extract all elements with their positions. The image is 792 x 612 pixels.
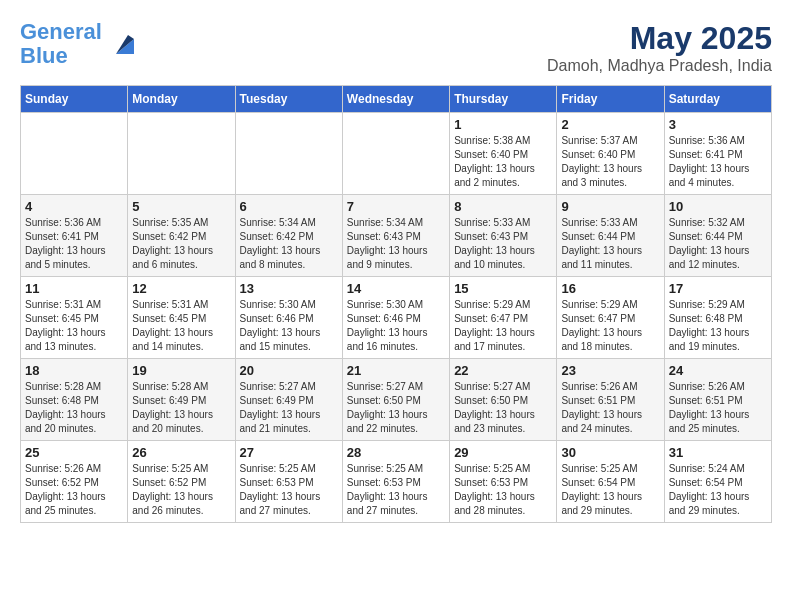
day-info: Sunrise: 5:28 AM Sunset: 6:48 PM Dayligh… bbox=[25, 380, 123, 436]
calendar-table: SundayMondayTuesdayWednesdayThursdayFrid… bbox=[20, 85, 772, 523]
calendar-cell: 8Sunrise: 5:33 AM Sunset: 6:43 PM Daylig… bbox=[450, 195, 557, 277]
weekday-header-friday: Friday bbox=[557, 86, 664, 113]
day-number: 31 bbox=[669, 445, 767, 460]
weekday-header-thursday: Thursday bbox=[450, 86, 557, 113]
day-info: Sunrise: 5:29 AM Sunset: 6:47 PM Dayligh… bbox=[561, 298, 659, 354]
calendar-cell: 10Sunrise: 5:32 AM Sunset: 6:44 PM Dayli… bbox=[664, 195, 771, 277]
day-number: 21 bbox=[347, 363, 445, 378]
day-number: 29 bbox=[454, 445, 552, 460]
day-number: 18 bbox=[25, 363, 123, 378]
calendar-cell bbox=[342, 113, 449, 195]
calendar-cell: 29Sunrise: 5:25 AM Sunset: 6:53 PM Dayli… bbox=[450, 441, 557, 523]
calendar-cell: 28Sunrise: 5:25 AM Sunset: 6:53 PM Dayli… bbox=[342, 441, 449, 523]
day-number: 7 bbox=[347, 199, 445, 214]
calendar-cell: 5Sunrise: 5:35 AM Sunset: 6:42 PM Daylig… bbox=[128, 195, 235, 277]
day-info: Sunrise: 5:38 AM Sunset: 6:40 PM Dayligh… bbox=[454, 134, 552, 190]
day-number: 13 bbox=[240, 281, 338, 296]
logo: General Blue bbox=[20, 20, 136, 68]
day-info: Sunrise: 5:34 AM Sunset: 6:42 PM Dayligh… bbox=[240, 216, 338, 272]
day-info: Sunrise: 5:30 AM Sunset: 6:46 PM Dayligh… bbox=[240, 298, 338, 354]
day-number: 1 bbox=[454, 117, 552, 132]
calendar-cell: 15Sunrise: 5:29 AM Sunset: 6:47 PM Dayli… bbox=[450, 277, 557, 359]
page-header: General Blue May 2025 Damoh, Madhya Prad… bbox=[20, 20, 772, 75]
calendar-cell bbox=[21, 113, 128, 195]
calendar-cell: 22Sunrise: 5:27 AM Sunset: 6:50 PM Dayli… bbox=[450, 359, 557, 441]
day-info: Sunrise: 5:26 AM Sunset: 6:52 PM Dayligh… bbox=[25, 462, 123, 518]
day-info: Sunrise: 5:24 AM Sunset: 6:54 PM Dayligh… bbox=[669, 462, 767, 518]
calendar-cell: 25Sunrise: 5:26 AM Sunset: 6:52 PM Dayli… bbox=[21, 441, 128, 523]
calendar-cell: 20Sunrise: 5:27 AM Sunset: 6:49 PM Dayli… bbox=[235, 359, 342, 441]
calendar-cell: 11Sunrise: 5:31 AM Sunset: 6:45 PM Dayli… bbox=[21, 277, 128, 359]
day-number: 5 bbox=[132, 199, 230, 214]
calendar-body: 1Sunrise: 5:38 AM Sunset: 6:40 PM Daylig… bbox=[21, 113, 772, 523]
day-number: 4 bbox=[25, 199, 123, 214]
calendar-cell: 4Sunrise: 5:36 AM Sunset: 6:41 PM Daylig… bbox=[21, 195, 128, 277]
calendar-cell: 26Sunrise: 5:25 AM Sunset: 6:52 PM Dayli… bbox=[128, 441, 235, 523]
calendar-cell: 24Sunrise: 5:26 AM Sunset: 6:51 PM Dayli… bbox=[664, 359, 771, 441]
calendar-cell: 7Sunrise: 5:34 AM Sunset: 6:43 PM Daylig… bbox=[342, 195, 449, 277]
weekday-header-monday: Monday bbox=[128, 86, 235, 113]
day-info: Sunrise: 5:25 AM Sunset: 6:52 PM Dayligh… bbox=[132, 462, 230, 518]
day-info: Sunrise: 5:25 AM Sunset: 6:53 PM Dayligh… bbox=[454, 462, 552, 518]
day-number: 19 bbox=[132, 363, 230, 378]
calendar-cell: 30Sunrise: 5:25 AM Sunset: 6:54 PM Dayli… bbox=[557, 441, 664, 523]
day-info: Sunrise: 5:28 AM Sunset: 6:49 PM Dayligh… bbox=[132, 380, 230, 436]
weekday-header-row: SundayMondayTuesdayWednesdayThursdayFrid… bbox=[21, 86, 772, 113]
day-info: Sunrise: 5:36 AM Sunset: 6:41 PM Dayligh… bbox=[669, 134, 767, 190]
day-number: 17 bbox=[669, 281, 767, 296]
calendar-cell: 16Sunrise: 5:29 AM Sunset: 6:47 PM Dayli… bbox=[557, 277, 664, 359]
day-number: 15 bbox=[454, 281, 552, 296]
day-info: Sunrise: 5:29 AM Sunset: 6:48 PM Dayligh… bbox=[669, 298, 767, 354]
day-info: Sunrise: 5:33 AM Sunset: 6:44 PM Dayligh… bbox=[561, 216, 659, 272]
day-number: 24 bbox=[669, 363, 767, 378]
day-number: 20 bbox=[240, 363, 338, 378]
calendar-cell: 1Sunrise: 5:38 AM Sunset: 6:40 PM Daylig… bbox=[450, 113, 557, 195]
title-block: May 2025 Damoh, Madhya Pradesh, India bbox=[547, 20, 772, 75]
day-number: 9 bbox=[561, 199, 659, 214]
week-row-4: 18Sunrise: 5:28 AM Sunset: 6:48 PM Dayli… bbox=[21, 359, 772, 441]
day-info: Sunrise: 5:37 AM Sunset: 6:40 PM Dayligh… bbox=[561, 134, 659, 190]
day-info: Sunrise: 5:35 AM Sunset: 6:42 PM Dayligh… bbox=[132, 216, 230, 272]
weekday-header-sunday: Sunday bbox=[21, 86, 128, 113]
day-number: 10 bbox=[669, 199, 767, 214]
week-row-1: 1Sunrise: 5:38 AM Sunset: 6:40 PM Daylig… bbox=[21, 113, 772, 195]
logo-text: General Blue bbox=[20, 20, 102, 68]
day-number: 28 bbox=[347, 445, 445, 460]
logo-icon bbox=[106, 29, 136, 59]
day-info: Sunrise: 5:27 AM Sunset: 6:50 PM Dayligh… bbox=[454, 380, 552, 436]
calendar-cell: 17Sunrise: 5:29 AM Sunset: 6:48 PM Dayli… bbox=[664, 277, 771, 359]
calendar-cell: 23Sunrise: 5:26 AM Sunset: 6:51 PM Dayli… bbox=[557, 359, 664, 441]
calendar-cell: 21Sunrise: 5:27 AM Sunset: 6:50 PM Dayli… bbox=[342, 359, 449, 441]
day-number: 11 bbox=[25, 281, 123, 296]
weekday-header-tuesday: Tuesday bbox=[235, 86, 342, 113]
calendar-cell: 6Sunrise: 5:34 AM Sunset: 6:42 PM Daylig… bbox=[235, 195, 342, 277]
day-info: Sunrise: 5:32 AM Sunset: 6:44 PM Dayligh… bbox=[669, 216, 767, 272]
calendar-cell: 12Sunrise: 5:31 AM Sunset: 6:45 PM Dayli… bbox=[128, 277, 235, 359]
week-row-2: 4Sunrise: 5:36 AM Sunset: 6:41 PM Daylig… bbox=[21, 195, 772, 277]
day-info: Sunrise: 5:25 AM Sunset: 6:53 PM Dayligh… bbox=[347, 462, 445, 518]
calendar-cell: 3Sunrise: 5:36 AM Sunset: 6:41 PM Daylig… bbox=[664, 113, 771, 195]
day-number: 8 bbox=[454, 199, 552, 214]
week-row-5: 25Sunrise: 5:26 AM Sunset: 6:52 PM Dayli… bbox=[21, 441, 772, 523]
day-number: 14 bbox=[347, 281, 445, 296]
day-number: 2 bbox=[561, 117, 659, 132]
calendar-cell bbox=[235, 113, 342, 195]
day-number: 27 bbox=[240, 445, 338, 460]
day-info: Sunrise: 5:34 AM Sunset: 6:43 PM Dayligh… bbox=[347, 216, 445, 272]
week-row-3: 11Sunrise: 5:31 AM Sunset: 6:45 PM Dayli… bbox=[21, 277, 772, 359]
day-info: Sunrise: 5:25 AM Sunset: 6:53 PM Dayligh… bbox=[240, 462, 338, 518]
day-info: Sunrise: 5:36 AM Sunset: 6:41 PM Dayligh… bbox=[25, 216, 123, 272]
calendar-title: May 2025 bbox=[547, 20, 772, 57]
day-number: 3 bbox=[669, 117, 767, 132]
day-info: Sunrise: 5:27 AM Sunset: 6:50 PM Dayligh… bbox=[347, 380, 445, 436]
calendar-cell: 27Sunrise: 5:25 AM Sunset: 6:53 PM Dayli… bbox=[235, 441, 342, 523]
day-number: 6 bbox=[240, 199, 338, 214]
calendar-cell: 19Sunrise: 5:28 AM Sunset: 6:49 PM Dayli… bbox=[128, 359, 235, 441]
day-info: Sunrise: 5:31 AM Sunset: 6:45 PM Dayligh… bbox=[132, 298, 230, 354]
day-number: 23 bbox=[561, 363, 659, 378]
calendar-cell: 14Sunrise: 5:30 AM Sunset: 6:46 PM Dayli… bbox=[342, 277, 449, 359]
day-info: Sunrise: 5:30 AM Sunset: 6:46 PM Dayligh… bbox=[347, 298, 445, 354]
calendar-cell bbox=[128, 113, 235, 195]
day-info: Sunrise: 5:31 AM Sunset: 6:45 PM Dayligh… bbox=[25, 298, 123, 354]
day-number: 16 bbox=[561, 281, 659, 296]
